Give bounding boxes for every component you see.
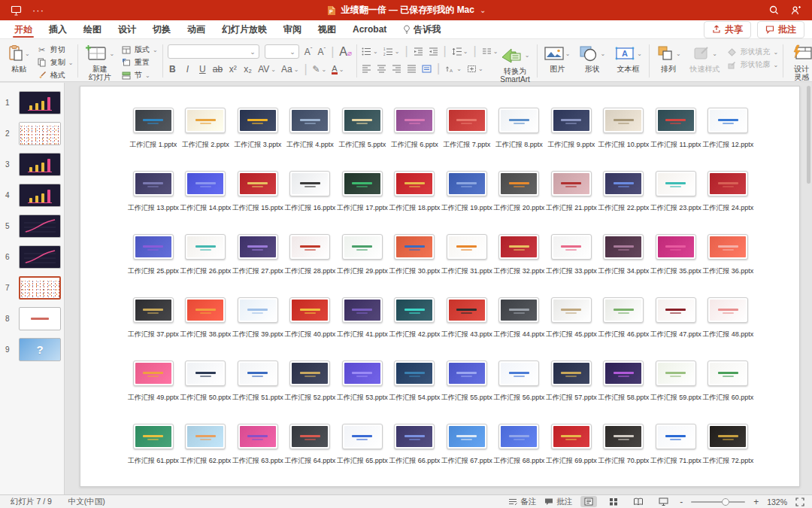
file-item[interactable]: 工作汇报 44.pptx xyxy=(493,297,546,360)
file-item[interactable]: 工作汇报 57.pptx xyxy=(545,360,598,424)
shrink-font-button[interactable]: Aˇ xyxy=(318,46,326,57)
file-item[interactable]: 工作汇报 25.pptx xyxy=(127,234,180,297)
text-highlight-button[interactable]: ✎⌄ xyxy=(313,64,327,75)
file-item[interactable]: 工作汇报 28.pptx xyxy=(284,234,337,297)
slide-thumb-row-7[interactable]: 7 xyxy=(0,272,64,303)
file-item[interactable]: 工作汇报 35.pptx xyxy=(650,234,702,297)
file-item[interactable]: 工作汇报 1.pptx xyxy=(127,108,180,171)
slide-thumb-row-8[interactable]: 8 xyxy=(0,303,64,334)
arrange-button[interactable]: ⌄ 排列 xyxy=(654,43,683,74)
zoom-slider[interactable] xyxy=(691,501,745,503)
italic-button[interactable]: I xyxy=(183,64,192,75)
distribute-text-button[interactable] xyxy=(422,65,432,73)
file-item[interactable]: 工作汇报 48.pptx xyxy=(702,297,755,360)
strikethrough-button[interactable]: ab xyxy=(213,64,223,75)
file-item[interactable]: 工作汇报 7.pptx xyxy=(441,108,493,171)
file-item[interactable]: 工作汇报 59.pptx xyxy=(650,360,702,424)
slide-thumbnail-7[interactable] xyxy=(19,276,61,300)
file-item[interactable]: 工作汇报 32.pptx xyxy=(493,234,546,297)
font-size-combobox[interactable]: ⌄ xyxy=(265,44,299,59)
reading-view-button[interactable] xyxy=(630,496,647,507)
tab-插入[interactable]: 插入 xyxy=(41,20,75,38)
zoom-slider-thumb[interactable] xyxy=(722,498,729,506)
share-button[interactable]: 共享 xyxy=(704,21,751,38)
file-item[interactable]: 工作汇报 14.pptx xyxy=(180,171,232,234)
slide-thumbnail-6[interactable] xyxy=(19,245,61,269)
file-item[interactable]: 工作汇报 67.pptx xyxy=(441,424,493,487)
file-item[interactable]: 工作汇报 43.pptx xyxy=(441,297,493,360)
file-item[interactable]: 工作汇报 64.pptx xyxy=(284,424,337,487)
comments-button[interactable]: 批注 xyxy=(757,21,804,38)
tab-Acrobat[interactable]: Acrobat xyxy=(344,20,395,38)
shape-outline-button[interactable]: 形状轮廓⌄ xyxy=(727,59,779,70)
file-item[interactable]: 工作汇报 40.pptx xyxy=(284,297,337,360)
file-item[interactable]: 工作汇报 23.pptx xyxy=(650,171,702,234)
slide-thumb-row-5[interactable]: 5 xyxy=(0,211,64,242)
file-item[interactable]: 工作汇报 41.pptx xyxy=(336,297,389,360)
slide-sorter-view-button[interactable] xyxy=(605,496,622,507)
insert-picture-button[interactable]: ⌄ 图片 xyxy=(542,43,573,74)
quick-styles-button[interactable]: ⌄ 快速样式 xyxy=(688,43,723,74)
file-item[interactable]: 工作汇报 58.pptx xyxy=(598,360,650,424)
slide-thumb-row-4[interactable]: 4 xyxy=(0,180,64,211)
tab-绘图[interactable]: 绘图 xyxy=(75,20,110,38)
tab-开始[interactable]: 开始 xyxy=(6,20,41,38)
copy-button[interactable]: 复制⌄ xyxy=(37,57,74,68)
align-center-button[interactable] xyxy=(377,65,386,73)
file-item[interactable]: 工作汇报 20.pptx xyxy=(493,171,546,234)
slide-thumb-row-3[interactable]: 3 xyxy=(0,149,64,180)
file-item[interactable]: 工作汇报 26.pptx xyxy=(180,234,232,297)
change-case-button[interactable]: Aa⌄ xyxy=(281,64,298,75)
file-item[interactable]: 工作汇报 8.pptx xyxy=(493,108,546,171)
slide-thumbnail-2[interactable] xyxy=(19,122,61,145)
slide-canvas[interactable]: 工作汇报 1.pptx工作汇报 2.pptx工作汇报 3.pptx工作汇报 4.… xyxy=(80,86,800,487)
slide-thumb-row-1[interactable]: 1 xyxy=(0,87,64,118)
file-item[interactable]: 工作汇报 46.pptx xyxy=(598,297,650,360)
file-item[interactable]: 工作汇报 22.pptx xyxy=(598,171,650,234)
file-item[interactable]: 工作汇报 16.pptx xyxy=(284,171,337,234)
file-item[interactable]: 工作汇报 31.pptx xyxy=(441,234,493,297)
text-direction-button[interactable]: A⌄ xyxy=(445,65,462,73)
file-item[interactable]: 工作汇报 9.pptx xyxy=(545,108,598,171)
file-item[interactable]: 工作汇报 34.pptx xyxy=(598,234,650,297)
slideshow-view-button[interactable] xyxy=(655,496,671,507)
file-item[interactable]: 工作汇报 19.pptx xyxy=(441,171,493,234)
design-ideas-button[interactable]: 设计灵感 xyxy=(788,43,812,82)
layout-button[interactable]: 版式⌄ xyxy=(121,44,158,55)
bullets-button[interactable]: ⌄ xyxy=(362,47,378,56)
font-color-button[interactable]: A⌄ xyxy=(332,65,344,75)
clear-formatting-button[interactable]: A⌀ xyxy=(339,45,352,59)
cut-button[interactable]: ✂ 剪切 xyxy=(37,44,74,55)
file-item[interactable]: 工作汇报 12.pptx xyxy=(702,108,755,171)
shape-fill-button[interactable]: 形状填充⌄ xyxy=(727,47,779,57)
file-item[interactable]: 工作汇报 5.pptx xyxy=(336,108,389,171)
zoom-out-button[interactable]: - xyxy=(680,497,683,507)
file-item[interactable]: 工作汇报 51.pptx xyxy=(232,360,284,424)
file-item[interactable]: 工作汇报 36.pptx xyxy=(702,234,755,297)
justify-button[interactable] xyxy=(407,65,417,73)
file-item[interactable]: 工作汇报 47.pptx xyxy=(650,297,702,360)
paste-button[interactable]: ⌄ 粘贴 xyxy=(6,43,32,74)
file-item[interactable]: 工作汇报 29.pptx xyxy=(336,234,389,297)
file-item[interactable]: 工作汇报 15.pptx xyxy=(232,171,284,234)
superscript-button[interactable]: x² xyxy=(228,64,238,75)
file-item[interactable]: 工作汇报 60.pptx xyxy=(702,360,755,424)
notes-toggle[interactable]: 备注 xyxy=(508,497,536,507)
search-icon[interactable] xyxy=(769,5,779,15)
language-indicator[interactable]: 中文(中国) xyxy=(68,497,105,507)
font-name-combobox[interactable]: ⌄ xyxy=(168,44,259,59)
columns-button[interactable]: ⌄ xyxy=(482,47,498,56)
file-item[interactable]: 工作汇报 39.pptx xyxy=(232,297,284,360)
file-item[interactable]: 工作汇报 52.pptx xyxy=(284,360,337,424)
align-right-button[interactable] xyxy=(392,65,401,73)
align-left-button[interactable] xyxy=(362,65,371,73)
line-spacing-button[interactable]: ⌄ xyxy=(452,47,468,56)
file-item[interactable]: 工作汇报 49.pptx xyxy=(127,360,180,424)
slide-thumbnail-5[interactable] xyxy=(19,214,61,238)
file-item[interactable]: 工作汇报 6.pptx xyxy=(389,108,441,171)
file-item[interactable]: 工作汇报 61.pptx xyxy=(127,424,180,487)
file-item[interactable]: 工作汇报 71.pptx xyxy=(650,424,702,487)
reset-button[interactable]: 重置 xyxy=(121,57,158,68)
slide-thumb-row-2[interactable]: 2 xyxy=(0,118,64,149)
tab-幻灯片放映[interactable]: 幻灯片放映 xyxy=(214,20,275,38)
